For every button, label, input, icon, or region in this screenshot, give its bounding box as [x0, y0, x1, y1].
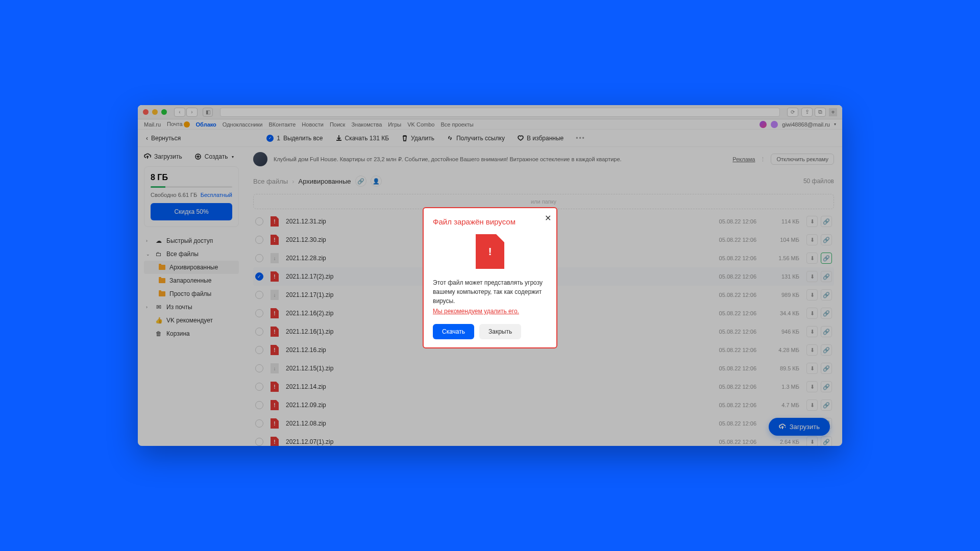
modal-title: Файл заражён вирусом — [433, 217, 547, 226]
modal-overlay[interactable]: ✕ Файл заражён вирусом ! Этот файл может… — [138, 105, 842, 446]
virus-warning-modal: ✕ Файл заражён вирусом ! Этот файл может… — [423, 207, 557, 348]
modal-download-button[interactable]: Скачать — [433, 324, 474, 339]
modal-delete-link[interactable]: Мы рекомендуем удалить его. — [433, 308, 547, 315]
modal-text: Этот файл может представлять угрозу ваше… — [433, 278, 547, 306]
modal-close-action-button[interactable]: Закрыть — [479, 324, 521, 339]
modal-close-button[interactable]: ✕ — [545, 213, 551, 223]
modal-icon-container: ! — [433, 234, 547, 269]
infected-file-icon: ! — [476, 234, 504, 269]
app-window: ‹ › ◧ ⟳ ⇪ ⧉ + Mail.ru Почта Облако Однок… — [138, 105, 842, 446]
